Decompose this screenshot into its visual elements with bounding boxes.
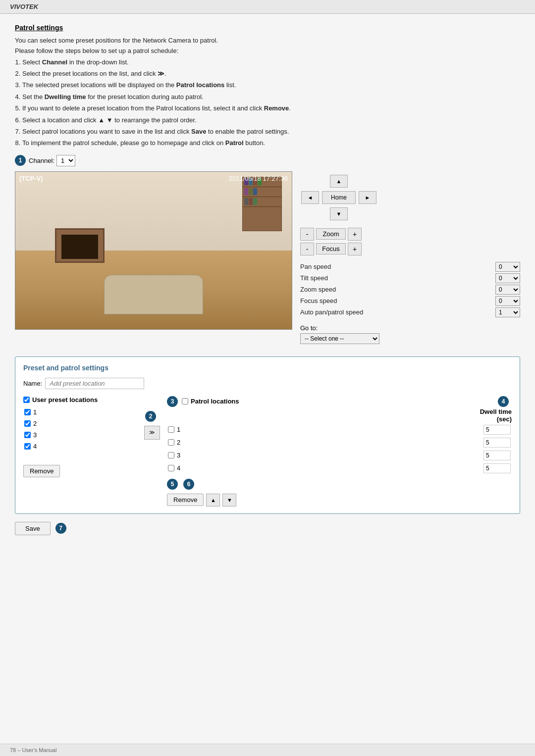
ptz-down-button[interactable]: ▼	[330, 207, 348, 220]
ptz-right-button[interactable]: ►	[359, 191, 376, 204]
user-preset-checkbox-1[interactable]	[24, 409, 31, 415]
tilt-speed-select[interactable]: 012	[495, 273, 520, 283]
patrol-checkbox-1[interactable]	[168, 426, 174, 433]
save-button[interactable]: Save	[15, 522, 51, 535]
preset-patrol-box: Preset and patrol settings Name: User pr…	[15, 356, 520, 514]
step-1: Select Channel in the drop-down list.	[22, 56, 520, 68]
step-6: Select a location and click ▲ ▼ to rearr…	[22, 114, 520, 126]
focus-speed-select[interactable]: 012	[495, 296, 520, 306]
step-3: The selected preset locations will be di…	[22, 79, 520, 91]
user-preset-checkbox-3[interactable]	[24, 432, 31, 438]
intro-line2: Please follow the steps below to set up …	[15, 46, 520, 56]
patrol-up-button[interactable]: ▲	[206, 494, 220, 506]
badge-6: 6	[183, 479, 194, 490]
pan-speed-label: Pan speed	[300, 263, 331, 270]
goto-section: Go to: -- Select one --	[300, 324, 520, 344]
user-preset-header-label: User preset locations	[32, 396, 98, 403]
zoom-plus-button[interactable]: +	[348, 228, 362, 241]
step-8: To implement the patrol schedule, please…	[22, 137, 520, 149]
zoom-row: - Zoom +	[300, 228, 520, 241]
instructions: You can select some preset positions for…	[15, 36, 520, 149]
focus-minus-button[interactable]: -	[300, 243, 314, 255]
badge-5: 5	[167, 479, 178, 490]
ptz-up-button[interactable]: ▲	[330, 175, 348, 188]
step-4-bold: Dwelling time	[45, 93, 86, 101]
user-preset-checkbox-4[interactable]	[24, 443, 31, 450]
badge-2: 2	[145, 411, 156, 422]
patrol-header-row: 3 Patrol locations 4 Dwell time(sec)	[167, 396, 512, 423]
book	[249, 188, 253, 195]
zoom-speed-select[interactable]: 012	[495, 285, 520, 295]
channel-label: Channel:	[29, 157, 54, 164]
camera-protocol: (TCP-V)	[19, 175, 43, 182]
pan-speed-row: Pan speed 0123	[300, 262, 520, 272]
transfer-button[interactable]: ≫	[144, 426, 160, 440]
user-preset-remove-button[interactable]: Remove	[23, 465, 60, 477]
shelf-row-3	[243, 197, 281, 207]
step-3-bold: Patrol locations	[176, 81, 225, 89]
main-content: Patrol settings You can select some pres…	[0, 14, 535, 744]
patrol-label-3: 3	[177, 452, 481, 459]
ptz-home-button[interactable]: Home	[322, 191, 356, 204]
book	[253, 188, 257, 195]
badge-7: 7	[55, 523, 66, 534]
patrol-checkbox-3[interactable]	[168, 452, 174, 458]
preset-columns: User preset locations 1 2 3 4	[23, 396, 512, 506]
tilt-speed-label: Tilt speed	[300, 274, 328, 282]
step-5-bold: Remove	[264, 104, 289, 112]
channel-select[interactable]: 1 2 3 4	[56, 155, 75, 166]
user-preset-header-checkbox[interactable]	[23, 397, 30, 403]
patrol-header-checkbox[interactable]	[182, 398, 188, 404]
step-2: Select the preset locations on the list,…	[22, 68, 520, 79]
patrol-item-row-2: 2	[167, 436, 512, 449]
dwell-input-2[interactable]	[483, 438, 511, 448]
user-preset-label-2: 2	[33, 420, 37, 427]
step-1-bold: Channel	[42, 58, 67, 66]
zoom-minus-button[interactable]: -	[300, 228, 314, 241]
book	[249, 198, 253, 205]
transfer-badges: 2 ≫	[144, 411, 160, 440]
section-title: Patrol settings	[15, 24, 520, 32]
dwell-input-4[interactable]	[483, 463, 511, 473]
patrol-label-2: 2	[177, 439, 481, 446]
name-input[interactable]	[45, 378, 144, 389]
speed-table: Pan speed 0123 Tilt speed 012 Zoom speed…	[300, 262, 520, 317]
pan-speed-select[interactable]: 0123	[495, 262, 520, 272]
user-preset-remove-row: Remove	[23, 461, 137, 477]
ptz-zoom-focus: - Zoom + - Focus +	[300, 228, 520, 255]
ptz-left-button[interactable]: ◄	[301, 191, 319, 204]
user-preset-label-3: 3	[33, 431, 37, 439]
dwell-input-1[interactable]	[483, 425, 511, 435]
focus-speed-label: Focus speed	[300, 297, 337, 304]
goto-select[interactable]: -- Select one --	[300, 333, 379, 344]
book	[244, 188, 248, 195]
auto-pan-speed-select[interactable]: 012	[495, 307, 520, 317]
focus-plus-button[interactable]: +	[348, 243, 362, 255]
footer-text: 78 – User's Manual	[10, 747, 56, 753]
patrol-item-row-1: 1	[167, 423, 512, 436]
user-preset-header: User preset locations	[23, 396, 137, 403]
step-7-bold: Save	[191, 128, 206, 135]
shelf-row-2	[243, 187, 281, 197]
patrol-label-4: 4	[177, 464, 481, 472]
page-footer: 78 – User's Manual	[0, 744, 535, 756]
room-fireplace	[55, 228, 105, 263]
channel-row: 1 Channel: 1 2 3 4	[15, 155, 520, 166]
patrol-checkbox-2[interactable]	[168, 439, 174, 446]
patrol-item-row-4: 4	[167, 462, 512, 475]
patrol-down-button[interactable]: ▼	[222, 494, 236, 506]
room-scene	[15, 172, 292, 329]
user-preset-checkbox-2[interactable]	[24, 420, 31, 427]
ptz-directional: ▲ ◄ Home ► ▼	[300, 174, 520, 221]
user-preset-item-1: 1	[23, 406, 137, 418]
patrol-item-row-3: 3	[167, 449, 512, 462]
patrol-remove-button[interactable]: Remove	[167, 494, 204, 506]
user-preset-label-1: 1	[33, 408, 37, 416]
ptz-controls: ▲ ◄ Home ► ▼ - Zoom + -	[300, 171, 520, 347]
room-sofa	[104, 275, 203, 314]
dwell-input-3[interactable]	[483, 451, 511, 460]
patrol-checkbox-4[interactable]	[168, 465, 174, 471]
fireplace-inner	[61, 235, 98, 259]
step-2-bold: ≫	[158, 70, 164, 77]
save-row: Save 7	[15, 522, 520, 535]
